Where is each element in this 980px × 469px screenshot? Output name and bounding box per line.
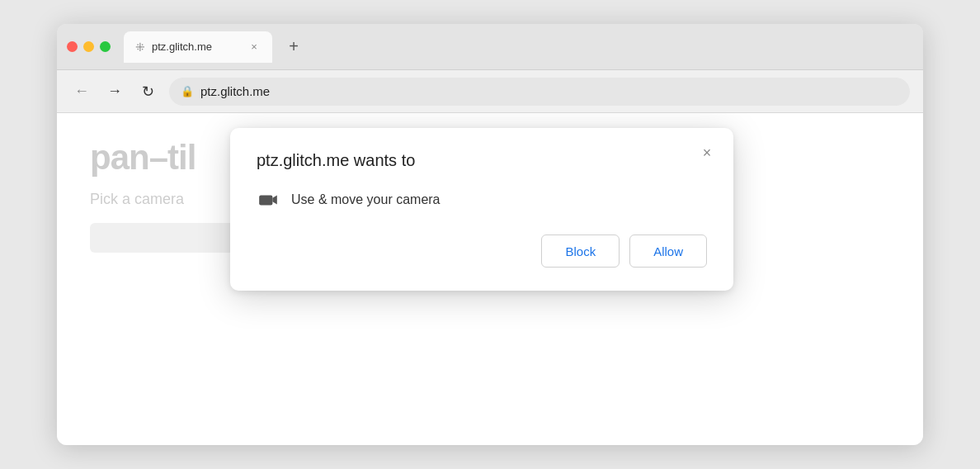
svg-marker-1 (272, 196, 276, 205)
allow-button[interactable]: Allow (629, 234, 707, 268)
svg-rect-0 (259, 196, 272, 206)
nav-bar: ← → ↻ 🔒 ptz.glitch.me (57, 70, 923, 113)
close-traffic-light[interactable] (67, 41, 78, 52)
permission-text: Use & move your camera (291, 192, 441, 207)
traffic-lights (67, 41, 111, 52)
forward-button[interactable]: → (103, 80, 126, 103)
block-button[interactable]: Block (541, 234, 620, 268)
tab-move-icon: ⁜ (135, 40, 145, 54)
address-bar[interactable]: 🔒 ptz.glitch.me (169, 78, 910, 106)
new-tab-button[interactable]: + (282, 36, 305, 59)
address-text: ptz.glitch.me (200, 84, 270, 98)
dialog-permission-row: Use & move your camera (257, 188, 707, 211)
browser-tab[interactable]: ⁜ ptz.glitch.me × (124, 31, 272, 63)
dialog-title: ptz.glitch.me wants to (257, 151, 707, 170)
reload-button[interactable]: ↻ (136, 80, 159, 103)
back-button[interactable]: ← (70, 80, 93, 103)
title-bar: ⁜ ptz.glitch.me × + (57, 24, 923, 70)
dialog-close-button[interactable]: × (697, 143, 717, 163)
page-content: pan–til Pick a camera × ptz.glitch.me wa… (57, 113, 923, 445)
dialog-actions: Block Allow (257, 234, 707, 268)
tab-close-button[interactable]: × (247, 40, 261, 54)
maximize-traffic-light[interactable] (100, 41, 111, 52)
permission-dialog: × ptz.glitch.me wants to Use & move your… (230, 128, 733, 291)
minimize-traffic-light[interactable] (83, 41, 94, 52)
tab-title: ptz.glitch.me (152, 40, 241, 53)
browser-window: ⁜ ptz.glitch.me × + ← → ↻ 🔒 ptz.glitch.m… (57, 24, 923, 445)
lock-icon: 🔒 (181, 85, 194, 97)
camera-icon (257, 188, 280, 211)
